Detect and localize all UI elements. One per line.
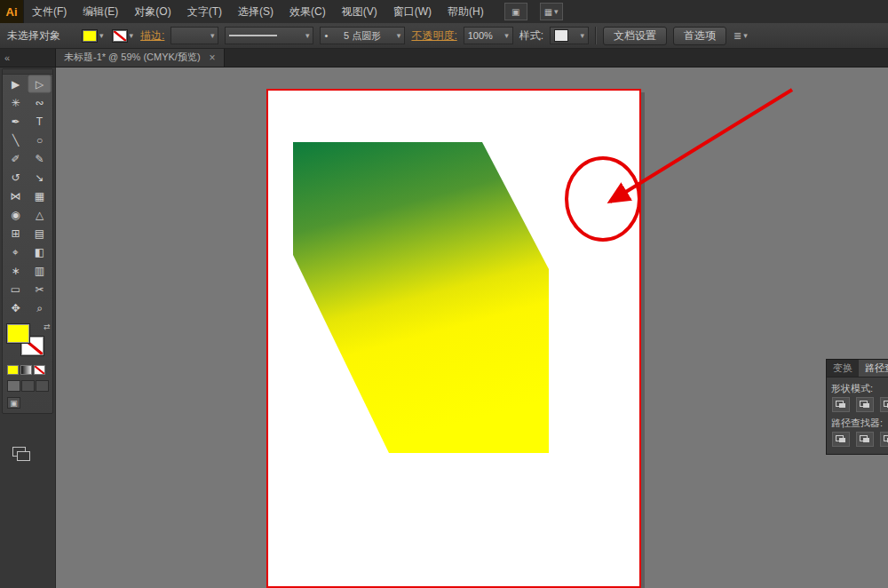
- eyedropper-tool[interactable]: ⌖: [4, 242, 28, 261]
- menu-edit[interactable]: 编辑(E): [75, 0, 126, 23]
- direct-selection-tool[interactable]: ▷: [28, 75, 52, 93]
- gradient-button[interactable]: [20, 365, 32, 375]
- menu-select[interactable]: 选择(S): [230, 0, 281, 23]
- control-panel-menu[interactable]: ≣ ▾: [733, 29, 749, 43]
- tools-dock: ▶ ▷ ✳ ∾ ✒ T ╲ ○ ✐ ✎ ↺ ↘ ⋈ ▦ ◉ △ ⊞ ▤ ⌖ ◧ …: [0, 67, 56, 588]
- draw-behind-button[interactable]: [21, 380, 35, 392]
- gradient-tool[interactable]: ▤: [28, 224, 52, 242]
- pathfinder-label: 路径查找器:: [831, 417, 888, 430]
- stroke-color-dropdown[interactable]: ▾: [111, 28, 135, 44]
- draw-inside-button[interactable]: [36, 380, 49, 392]
- width-profile-combo[interactable]: ▾: [225, 27, 313, 44]
- document-title: 未标题-1* @ 59% (CMYK/预览): [64, 51, 201, 64]
- stroke-panel-link[interactable]: 描边:: [140, 28, 164, 44]
- minus-front-icon[interactable]: [856, 397, 874, 412]
- brush-value: 5 点圆形: [344, 29, 381, 43]
- menu-type[interactable]: 文字(T): [179, 0, 230, 23]
- preferences-button[interactable]: 首选项: [673, 27, 726, 45]
- document-tab[interactable]: 未标题-1* @ 59% (CMYK/预览) ×: [55, 48, 225, 67]
- arrange-documents-glyph: ▣: [511, 7, 519, 17]
- fill-color-box[interactable]: [7, 324, 29, 343]
- graphic-style-combo[interactable]: ▾: [550, 27, 589, 44]
- arrange-documents-icon[interactable]: ▣: [504, 3, 527, 20]
- fill-swatch: [82, 29, 98, 43]
- pencil-tool[interactable]: ✎: [28, 149, 52, 168]
- unite-icon[interactable]: [832, 397, 850, 412]
- color-type-buttons: [7, 365, 52, 375]
- perspective-grid-tool[interactable]: △: [28, 205, 52, 224]
- selection-status: 未选择对象: [7, 28, 75, 44]
- menu-file[interactable]: 文件(F): [24, 0, 75, 23]
- screen-mode-icon: ▣: [10, 399, 18, 408]
- swap-fill-stroke-icon[interactable]: ⇄: [44, 322, 51, 331]
- mesh-tool[interactable]: ⊞: [4, 224, 28, 242]
- pen-tool[interactable]: ✒: [4, 112, 28, 131]
- scale-tool[interactable]: ↘: [28, 168, 52, 187]
- workspace-icon: ▦: [544, 7, 552, 17]
- tab-transform[interactable]: 变换: [827, 360, 859, 377]
- shape-modes-buttons: [832, 397, 888, 412]
- free-transform-tool[interactable]: ▦: [28, 187, 52, 205]
- divide-icon[interactable]: [832, 432, 850, 447]
- symbol-sprayer-tool[interactable]: ∗: [4, 261, 28, 280]
- opacity-panel-link[interactable]: 不透明度:: [411, 28, 456, 44]
- collapse-chevrons-icon: «: [4, 52, 10, 63]
- stroke-weight-combo[interactable]: ▾: [170, 27, 218, 44]
- chevron-down-icon: ▾: [743, 32, 748, 40]
- chevron-down-icon: ▾: [305, 32, 310, 40]
- zoom-tool[interactable]: ⌕: [28, 298, 52, 317]
- illustrator-app: { "menubar": { "logo": "Ai", "items": ["…: [0, 0, 888, 588]
- column-graph-tool[interactable]: ▥: [28, 261, 52, 280]
- chevron-down-icon: ▾: [504, 32, 509, 40]
- stroke-none-swatch: [112, 29, 128, 43]
- menu-help[interactable]: 帮助(H): [440, 0, 492, 23]
- slice-tool[interactable]: ✂: [28, 280, 52, 298]
- magic-wand-tool[interactable]: ✳: [4, 93, 28, 112]
- chevron-down-icon: ▾: [554, 8, 559, 16]
- type-tool[interactable]: T: [28, 112, 52, 131]
- dock-collapse-button[interactable]: «: [0, 48, 55, 67]
- fill-stroke-control: ⇄: [4, 323, 51, 362]
- style-label: 样式:: [519, 28, 543, 44]
- style-swatch: [554, 29, 568, 42]
- panels-stack-icon[interactable]: [12, 447, 30, 461]
- line-segment-tool[interactable]: ╲: [4, 131, 28, 149]
- control-bar: 未选择对象 ▾ ▾ 描边: ▾ ▾ • 5 点圆形 ▾ 不透明度: 100% ▾…: [0, 23, 888, 49]
- opacity-combo[interactable]: 100% ▾: [464, 27, 513, 44]
- tools-grid: ▶ ▷ ✳ ∾ ✒ T ╲ ○ ✐ ✎ ↺ ↘ ⋈ ▦ ◉ △ ⊞ ▤ ⌖ ◧ …: [3, 75, 52, 317]
- menu-lines-icon: ≣: [733, 30, 741, 42]
- canvas-area[interactable]: [55, 67, 888, 588]
- workspace-switcher[interactable]: ▦ ▾: [540, 3, 563, 20]
- paintbrush-tool[interactable]: ✐: [4, 149, 28, 168]
- intersect-icon[interactable]: [880, 397, 888, 412]
- color-button[interactable]: [7, 365, 19, 375]
- fill-color-dropdown[interactable]: ▾: [81, 28, 105, 44]
- menu-object[interactable]: 对象(O): [126, 0, 178, 23]
- screen-mode-button[interactable]: ▣: [7, 397, 20, 409]
- tools-panel: ▶ ▷ ✳ ∾ ✒ T ╲ ○ ✐ ✎ ↺ ↘ ⋈ ▦ ◉ △ ⊞ ▤ ⌖ ◧ …: [2, 68, 53, 414]
- brush-definition-combo[interactable]: • 5 点圆形 ▾: [320, 27, 405, 44]
- trim-icon[interactable]: [856, 432, 874, 447]
- none-button[interactable]: [34, 365, 45, 375]
- hand-tool[interactable]: ✥: [4, 298, 28, 317]
- ellipse-tool[interactable]: ○: [28, 131, 52, 149]
- chevron-down-icon: ▾: [99, 32, 104, 40]
- draw-normal-button[interactable]: [7, 380, 20, 392]
- drawing-mode-buttons: [7, 380, 52, 392]
- artboard-tool[interactable]: ▭: [4, 280, 28, 298]
- uniform-profile-icon: [229, 35, 277, 36]
- menu-view[interactable]: 视图(V): [334, 0, 385, 23]
- close-icon[interactable]: ×: [210, 52, 216, 64]
- shape-builder-tool[interactable]: ◉: [4, 205, 28, 224]
- merge-icon[interactable]: [880, 432, 888, 447]
- tab-pathfinder[interactable]: 路径查找器: [859, 360, 888, 377]
- menu-window[interactable]: 窗口(W): [385, 0, 440, 23]
- width-tool[interactable]: ⋈: [4, 187, 28, 205]
- selection-tool[interactable]: ▶: [4, 75, 28, 93]
- pathfinder-buttons: [832, 432, 888, 447]
- lasso-tool[interactable]: ∾: [28, 93, 52, 112]
- document-setup-button[interactable]: 文档设置: [603, 27, 667, 45]
- blend-tool[interactable]: ◧: [28, 242, 52, 261]
- rotate-tool[interactable]: ↺: [4, 168, 28, 187]
- menu-effect[interactable]: 效果(C): [281, 0, 334, 23]
